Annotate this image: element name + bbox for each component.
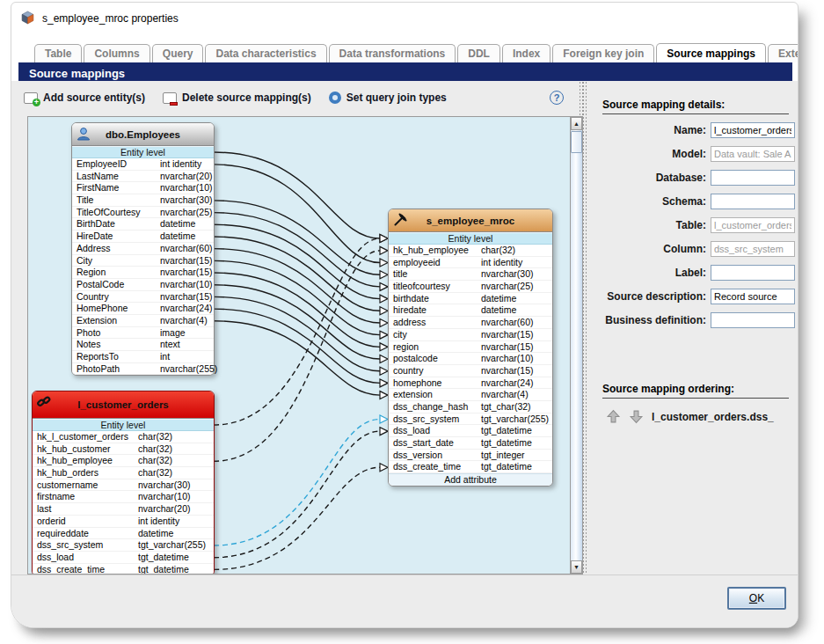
tab-ddl[interactable]: DDL [457, 44, 500, 62]
attribute-row-region[interactable]: Regionnvarchar(15) [72, 267, 214, 279]
attribute-row-dss-change-hash[interactable]: dss_change_hashtgt_char(32) [389, 401, 552, 413]
attribute-row-hiredate[interactable]: hiredatedatetime [389, 304, 552, 317]
delete-source-mapping-button[interactable]: Delete source mapping(s) [163, 91, 311, 104]
attribute-row-titleofcourtesy[interactable]: TitleOfCourtesynvarchar(25) [72, 207, 214, 219]
move-down-icon[interactable] [629, 409, 644, 424]
ok-button[interactable]: OK [727, 587, 786, 610]
field-input-label[interactable] [711, 265, 795, 281]
attribute-row-dss-src-system[interactable]: dss_src_systemtgt_varchar(255) [389, 413, 552, 426]
entity-header[interactable]: dbo.Employees [72, 123, 214, 146]
attribute-row-firstname[interactable]: FirstNamenvarchar(10) [72, 182, 214, 194]
attribute-row-titleofcourtesy[interactable]: titleofcourtesynvarchar(25) [389, 281, 552, 293]
field-input-column[interactable] [711, 241, 795, 257]
attribute-row-homephone[interactable]: homephonenvarchar(24) [389, 377, 552, 390]
attribute-row-address[interactable]: Addressnvarchar(60) [72, 243, 214, 255]
field-input-table[interactable] [711, 217, 795, 233]
attribute-row-photo[interactable]: Photoimage [72, 327, 214, 340]
tab-columns[interactable]: Columns [84, 44, 149, 62]
attribute-row-city[interactable]: Citynvarchar(15) [72, 255, 214, 267]
attribute-row-birthdate[interactable]: BirthDatedatetime [72, 218, 214, 231]
attribute-row-address[interactable]: addressnvarchar(60) [389, 317, 552, 329]
tab-data-characteristics[interactable]: Data characteristics [205, 44, 326, 62]
attribute-row-photopath[interactable]: PhotoPathnvarchar(255) [72, 363, 214, 376]
attribute-row-orderid[interactable]: orderidint identity [33, 516, 214, 528]
attribute-row-reportsto[interactable]: ReportsToint [72, 351, 214, 363]
attribute-row-hk-hub-customer[interactable]: hk_hub_customerchar(32) [33, 443, 214, 456]
move-up-icon[interactable] [606, 409, 621, 424]
entity-level-row[interactable]: Entity level [72, 146, 214, 158]
attribute-row-dss-load[interactable]: dss_loadtgt_datetime [389, 425, 552, 437]
attribute-name: dss_src_system [393, 413, 459, 426]
canvas-vertical-scrollbar[interactable]: ▲ ▼ [570, 117, 582, 574]
set-query-join-types-button[interactable]: Set query join types [329, 91, 447, 104]
attribute-row-extension[interactable]: extensionnvarchar(4) [389, 389, 552, 401]
attribute-row-homephone[interactable]: HomePhonenvarchar(24) [72, 303, 214, 315]
attribute-row-country[interactable]: Countrynvarchar(15) [72, 291, 214, 304]
delete-source-mapping-label: Delete source mapping(s) [182, 91, 311, 104]
attribute-row-dss-create-time[interactable]: dss_create_timetgt_datetime [389, 461, 552, 473]
field-input-business-definition[interactable] [711, 312, 795, 328]
attribute-row-dss-start-date[interactable]: dss_start_datetgt_datetime [389, 437, 552, 450]
attribute-row-hk-hub-employee[interactable]: hk_hub_employeechar(32) [33, 455, 214, 467]
tab-foreign-key-join[interactable]: Foreign key join [552, 44, 654, 62]
attribute-row-country[interactable]: countrynvarchar(15) [389, 365, 552, 377]
attribute-row-employeeid[interactable]: employeeidint identity [389, 257, 552, 269]
attribute-row-birthdate[interactable]: birthdatedatetime [389, 293, 552, 305]
attribute-type: nvarchar(15) [160, 291, 213, 304]
field-input-schema[interactable] [711, 194, 795, 209]
field-input-name[interactable] [711, 122, 795, 138]
attribute-row-city[interactable]: citynvarchar(15) [389, 329, 552, 341]
field-input-model[interactable] [711, 146, 795, 162]
diagram-canvas[interactable]: dbo.Employees Entity level EmployeeIDint… [28, 117, 570, 574]
attribute-row-extension[interactable]: Extensionnvarchar(4) [72, 315, 214, 327]
entity-header[interactable]: l_customer_orders [33, 392, 214, 419]
attribute-name: BirthDate [77, 218, 115, 231]
attribute-row-requireddate[interactable]: requireddatedatetime [33, 528, 214, 540]
attribute-row-employeeid[interactable]: EmployeeIDint identity [72, 158, 214, 171]
scrollbar-thumb[interactable] [571, 131, 582, 153]
entity-level-row[interactable]: Entity level [389, 232, 552, 245]
scroll-up-button[interactable]: ▲ [571, 117, 582, 130]
tab-index[interactable]: Index [502, 44, 551, 62]
entity-l-customer-orders[interactable]: l_customer_orders Entity level hk_l_cust… [32, 391, 215, 574]
attribute-row-lastname[interactable]: LastNamenvarchar(20) [72, 171, 214, 183]
attribute-row-title[interactable]: Titlenvarchar(30) [72, 194, 214, 207]
add-source-entity-button[interactable]: + Add source entity(s) [24, 91, 145, 104]
field-label-name: Name: [602, 124, 706, 136]
attribute-row-dss-version[interactable]: dss_versiontgt_integer [389, 450, 552, 462]
field-input-database[interactable] [711, 170, 795, 186]
tab-source-mappings[interactable]: Source mappings [656, 43, 766, 62]
scroll-down-button[interactable]: ▼ [571, 560, 582, 574]
help-icon[interactable]: ? [550, 91, 564, 105]
field-input-source-description[interactable] [711, 289, 795, 304]
attribute-row-last[interactable]: lastnvarchar(20) [33, 503, 214, 516]
tab-table[interactable]: Table [34, 44, 82, 62]
attribute-row-hk-hub-orders[interactable]: hk_hub_orderschar(32) [33, 467, 214, 479]
attribute-row-region[interactable]: regionnvarchar(15) [389, 341, 552, 354]
attribute-row-dss-create-time[interactable]: dss_create_timetgt_datetime [33, 564, 214, 574]
tab-query[interactable]: Query [152, 44, 204, 62]
attribute-row-postalcode[interactable]: PostalCodenvarchar(10) [72, 279, 214, 291]
entity-dbo-employees[interactable]: dbo.Employees Entity level EmployeeIDint… [71, 122, 215, 376]
attribute-row-customername[interactable]: customernamenvarchar(30) [33, 479, 214, 492]
tab-data-transformations[interactable]: Data transformations [329, 44, 456, 62]
attribute-type: nvarchar(60) [481, 317, 534, 329]
attribute-row-dss-load[interactable]: dss_loadtgt_datetime [33, 552, 214, 564]
attribute-row-title[interactable]: titlenvarchar(30) [389, 268, 552, 281]
link-icon [36, 394, 52, 410]
entity-s-employee-mroc[interactable]: s_employee_mroc Entity level hk_hub_empl… [388, 209, 553, 487]
attribute-row-postalcode[interactable]: postalcodenvarchar(10) [389, 353, 552, 365]
tab-extended-properties[interactable]: Extended properties [768, 44, 798, 62]
attribute-row-firstname[interactable]: firstnamenvarchar(10) [33, 491, 214, 503]
entity-rows: EmployeeIDint identityLastNamenvarchar(2… [72, 158, 214, 375]
attribute-row-hk-hub-employee[interactable]: hk_hub_employeechar(32) [389, 245, 552, 257]
entity-header[interactable]: s_employee_mroc [389, 209, 552, 232]
attribute-row-hk-l-customer-orders[interactable]: hk_l_customer_orderschar(32) [33, 431, 214, 443]
add-attribute-button[interactable]: Add attribute [389, 473, 552, 486]
attribute-row-dss-src-system[interactable]: dss_src_systemtgt_varchar(255) [33, 539, 214, 552]
attribute-row-hiredate[interactable]: HireDatedatetime [72, 231, 214, 243]
ordering-item[interactable]: l_customer_orders.dss_ [652, 411, 774, 423]
attribute-row-notes[interactable]: Notesntext [72, 339, 214, 351]
entity-level-row[interactable]: Entity level [33, 419, 214, 431]
attribute-name: city [393, 329, 407, 341]
